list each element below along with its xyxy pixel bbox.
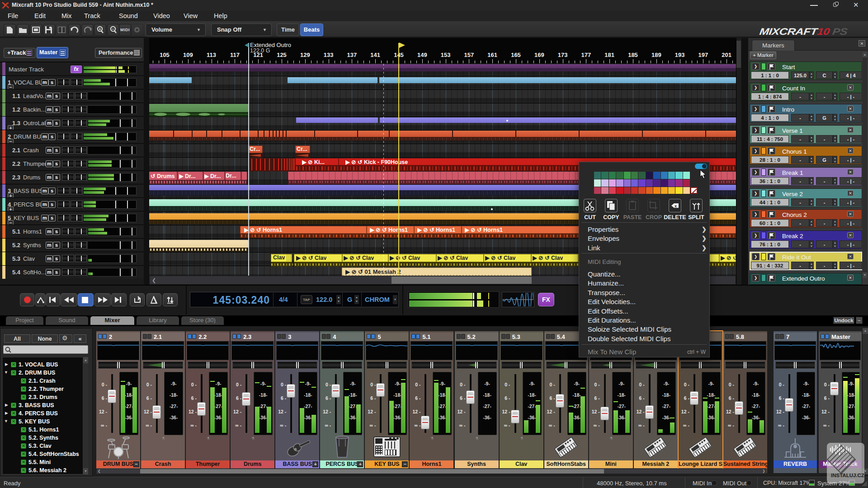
svg-text:−: − xyxy=(112,27,114,32)
svg-text:+: + xyxy=(99,27,101,32)
svg-text:x: x xyxy=(675,204,677,208)
